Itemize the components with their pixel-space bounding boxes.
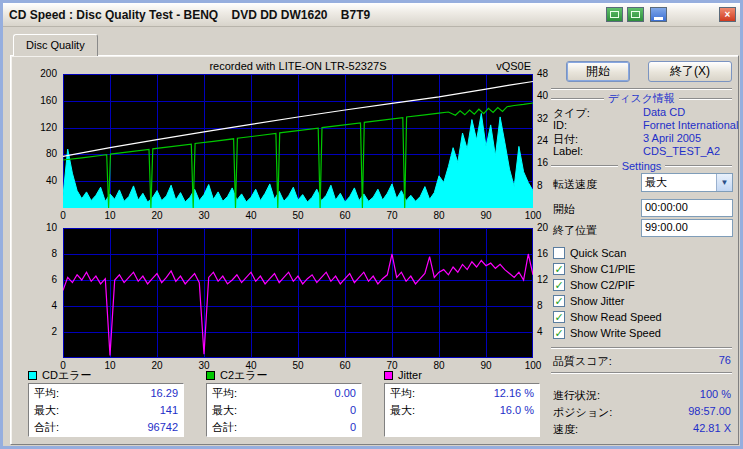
data-window-icon[interactable] xyxy=(627,7,644,22)
jitter-chart xyxy=(63,228,533,358)
disc-info-row-label: Label: xyxy=(553,145,583,157)
left-axis-tick-label: 6 xyxy=(27,275,57,285)
settings-header: Settings xyxy=(551,160,732,172)
right-axis-tick-label: 32 xyxy=(537,114,553,124)
chevron-down-icon[interactable]: ▼ xyxy=(716,174,732,191)
x-axis-tick-label: 100 xyxy=(521,211,545,221)
start-time-label: 開始 xyxy=(553,202,575,217)
progress-row-label: 進行状況: xyxy=(553,388,600,403)
stat-value: 0 xyxy=(350,419,356,436)
left-axis-tick-label: 2 xyxy=(27,327,57,337)
checkbox-box[interactable]: ✓ xyxy=(553,263,565,275)
progress-row-label: ポジション: xyxy=(553,405,612,420)
stat-label: 合計: xyxy=(212,419,237,436)
legend-group: C2エラー平均:0.00最大:0合計:0 xyxy=(206,369,362,437)
minimize-button[interactable] xyxy=(650,7,667,22)
transfer-speed-value: 最大 xyxy=(642,175,716,190)
checkbox-show-c1-pie[interactable]: ✓Show C1/PIE xyxy=(553,262,635,275)
transfer-speed-select[interactable]: 最大 ▼ xyxy=(641,173,733,192)
window-controls: × xyxy=(606,7,736,22)
checkbox-show-jitter[interactable]: ✓Show Jitter xyxy=(553,294,624,307)
transfer-speed-label: 転送速度 xyxy=(553,177,597,192)
stat-label: 平均: xyxy=(212,385,237,402)
stat-label: 最大: xyxy=(34,402,59,419)
left-axis-tick-label: 120 xyxy=(27,123,57,133)
disc-info-row-value: Data CD xyxy=(643,106,685,118)
legend-label: CDエラー xyxy=(42,368,91,383)
end-position-input[interactable]: 99:00.00 xyxy=(641,219,733,237)
checkbox-label: Show Jitter xyxy=(570,295,624,307)
sidebar-separator xyxy=(551,88,732,90)
quality-score-label: 品質スコア: xyxy=(553,354,612,369)
stats-box: 平均:16.29最大:141合計:96742 xyxy=(28,383,184,437)
stat-row: 最大:0 xyxy=(209,402,359,419)
stat-value: 0.00 xyxy=(335,385,356,402)
stats-box: 平均:0.00最大:0合計:0 xyxy=(206,383,362,437)
stat-value: 96742 xyxy=(147,419,178,436)
checkbox-box[interactable]: ✓ xyxy=(553,327,565,339)
stat-label: 最大: xyxy=(212,402,237,419)
disc-info-header-label: ディスク情報 xyxy=(608,91,675,106)
close-button[interactable]: × xyxy=(719,7,736,22)
progress-row-value: 42.81 X xyxy=(643,422,731,434)
stat-row: 合計:0 xyxy=(209,419,359,436)
stat-label: 合計: xyxy=(34,419,59,436)
checkbox-label: Show Write Speed xyxy=(570,327,661,339)
disc-info-row-label: ID: xyxy=(553,119,567,131)
legend-header: C2エラー xyxy=(206,369,362,381)
left-axis-tick-label: 200 xyxy=(27,69,57,79)
right-axis-tick-label: 8 xyxy=(537,181,553,191)
legend-swatch xyxy=(206,371,215,380)
checkbox-box[interactable]: ✓ xyxy=(553,295,565,307)
right-axis-tick-label: 20 xyxy=(537,223,553,233)
start-button[interactable]: 開始 xyxy=(566,61,630,82)
checkbox-label: Quick Scan xyxy=(570,247,626,259)
stat-row: 平均:16.29 xyxy=(31,385,181,402)
legend-header: CDエラー xyxy=(28,369,184,381)
right-axis-tick-label: 48 xyxy=(537,69,553,79)
checkbox-label: Show C2/PIF xyxy=(570,279,635,291)
stat-value: 16.0 % xyxy=(500,402,534,419)
stat-label: 平均: xyxy=(34,385,59,402)
checkbox-label: Show Read Speed xyxy=(570,311,662,323)
checkbox-box[interactable]: ✓ xyxy=(553,311,565,323)
checkbox-box[interactable]: ✓ xyxy=(553,279,565,291)
right-axis-tick-label: 8 xyxy=(537,301,553,311)
stat-row: 最大:141 xyxy=(31,402,181,419)
tab-label: Disc Quality xyxy=(26,39,85,51)
c1-error-speed-chart xyxy=(63,74,533,208)
right-axis-tick-label: 40 xyxy=(537,91,553,101)
stat-value: 12.16 % xyxy=(494,385,534,402)
x-axis-tick-label: 20 xyxy=(145,211,169,221)
start-time-input[interactable]: 00:00:00 xyxy=(641,199,733,217)
checkbox-show-c2-pif[interactable]: ✓Show C2/PIF xyxy=(553,278,635,291)
stat-row: 平均:12.16 % xyxy=(387,385,537,402)
x-axis-tick-label: 90 xyxy=(474,211,498,221)
left-axis-tick-label: 160 xyxy=(27,96,57,106)
progress-row-value: 98:57.00 xyxy=(643,405,731,417)
disc-info-row-value: CDS_TEST_A2 xyxy=(643,145,720,157)
right-axis-tick-label: 16 xyxy=(537,158,553,168)
checkbox-box[interactable] xyxy=(553,247,565,259)
checkbox-quick-scan[interactable]: Quick Scan xyxy=(553,246,626,259)
tab-disc-quality[interactable]: Disc Quality xyxy=(13,34,98,56)
exit-button[interactable]: 終了(X) xyxy=(648,61,732,82)
legend-swatch xyxy=(28,371,37,380)
left-axis-tick-label: 4 xyxy=(27,301,57,311)
legend-group: Jitter平均:12.16 %最大:16.0 % xyxy=(384,369,540,437)
checkbox-show-write-speed[interactable]: ✓Show Write Speed xyxy=(553,326,661,339)
stat-value: 0 xyxy=(350,402,356,419)
stat-label: 最大: xyxy=(390,402,415,419)
legend-swatch xyxy=(384,371,393,380)
graph-window-icon[interactable] xyxy=(606,7,623,22)
titlebar[interactable]: CD Speed : Disc Quality Test - BENQ DVD … xyxy=(3,3,740,27)
stat-value: 141 xyxy=(160,402,178,419)
right-axis-tick-label: 24 xyxy=(537,136,553,146)
left-axis-tick-label: 8 xyxy=(27,249,57,259)
x-axis-tick-label: 30 xyxy=(192,211,216,221)
x-axis-tick-label: 70 xyxy=(380,211,404,221)
end-position-label: 終了位置 xyxy=(553,223,597,238)
right-axis-tick-label: 4 xyxy=(537,327,553,337)
stat-label: 平均: xyxy=(390,385,415,402)
checkbox-show-read-speed[interactable]: ✓Show Read Speed xyxy=(553,310,662,323)
